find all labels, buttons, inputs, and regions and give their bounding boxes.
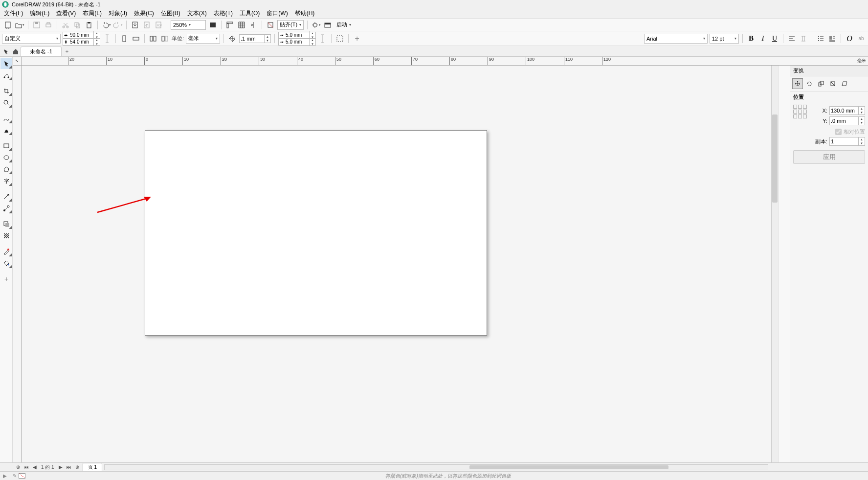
text-options-button[interactable]: ab [856, 34, 866, 44]
lock-ratio-button[interactable] [102, 34, 112, 44]
page-prev-button[interactable]: ◀ [31, 464, 38, 470]
menu-file[interactable]: 文件(F) [4, 9, 23, 18]
current-page-button[interactable] [160, 34, 170, 44]
vertical-scrollbar[interactable] [771, 66, 778, 462]
new-tab-button[interactable]: + [62, 47, 72, 55]
page-add-button[interactable]: ⊕ [15, 464, 22, 470]
horizontal-scrollbar[interactable] [104, 464, 768, 470]
dup-x-input[interactable]: ⇥▲▼ [278, 32, 316, 39]
ruler-horizontal[interactable]: 20 10 0 10 20 30 40 50 60 70 80 90 100 1… [22, 57, 868, 66]
menu-effects[interactable]: 效果(C) [134, 9, 154, 18]
menu-edit[interactable]: 编辑(E) [30, 9, 49, 18]
menu-view[interactable]: 查看(V) [56, 9, 76, 18]
transparency-tool[interactable] [0, 230, 12, 241]
page-height-input[interactable]: ⬍▲▼ [63, 39, 100, 46]
transform-scale-button[interactable] [816, 78, 826, 89]
menu-layout[interactable]: 布局(L) [83, 9, 102, 18]
menu-window[interactable]: 窗口(W) [267, 9, 288, 18]
menu-tools[interactable]: 工具(O) [240, 9, 260, 18]
apply-button[interactable]: 应用 [793, 150, 865, 164]
rectangle-tool[interactable] [0, 140, 12, 151]
transform-skew-button[interactable] [839, 78, 850, 89]
italic-button[interactable]: I [758, 34, 768, 44]
polygon-tool[interactable] [0, 164, 12, 175]
ruler-origin[interactable]: ⤡ [13, 57, 22, 66]
freehand-tool[interactable] [0, 113, 12, 124]
menu-bitmap[interactable]: 位图(B) [161, 9, 180, 18]
nudge-input[interactable]: ▲▼ [239, 34, 271, 43]
undo-button[interactable]: ▾ [101, 20, 111, 30]
guidelines-button[interactable] [248, 20, 258, 30]
export-button[interactable] [142, 20, 152, 30]
drawing-canvas[interactable] [22, 66, 771, 462]
publish-pdf-button[interactable]: PDF [154, 20, 163, 30]
home-tab-button[interactable] [11, 46, 21, 56]
artistic-media-tool[interactable] [0, 125, 12, 136]
menu-text[interactable]: 文本(X) [187, 9, 207, 18]
drop-shadow-tool[interactable] [0, 219, 12, 229]
transform-y-input[interactable]: ▲▼ [829, 116, 865, 125]
fill-indicator[interactable]: ✎ [10, 473, 28, 479]
launch-icon[interactable] [323, 20, 333, 30]
transform-x-input[interactable]: ▲▼ [829, 106, 865, 115]
all-pages-button[interactable] [148, 34, 158, 44]
bullet-button[interactable] [816, 34, 825, 44]
open-button[interactable]: ▾ [15, 20, 24, 30]
portrait-button[interactable] [119, 34, 129, 44]
units-dropdown[interactable]: 毫米▾ [186, 34, 220, 44]
ruler-vertical[interactable] [13, 66, 22, 462]
page-last-button[interactable]: ⏭ [65, 464, 73, 470]
fill-tool[interactable] [0, 258, 12, 269]
eyedropper-tool[interactable] [0, 246, 12, 257]
redo-button[interactable]: ▾ [113, 20, 123, 30]
page-first-button[interactable]: ⏮ [22, 464, 30, 470]
menu-object[interactable]: 对象(J) [109, 9, 127, 18]
print-button[interactable] [44, 20, 53, 30]
font-size-dropdown[interactable]: 12 pt▾ [710, 34, 739, 44]
fullscreen-button[interactable] [208, 20, 218, 30]
page-width-input[interactable]: ⬌▲▼ [63, 32, 100, 39]
menu-table[interactable]: 表格(T) [214, 9, 233, 18]
page-add2-button[interactable]: ⊕ [74, 464, 81, 470]
text-direction-button[interactable] [799, 34, 808, 44]
doc-tab-active[interactable]: 未命名 -1 [21, 46, 62, 56]
pick-tool[interactable] [0, 58, 12, 69]
treat-as-filled-button[interactable] [335, 34, 345, 44]
lock-dup-button[interactable] [318, 34, 328, 44]
save-button[interactable] [32, 20, 42, 30]
connector-tool[interactable] [0, 203, 12, 214]
customize-toolbox-button[interactable]: + [0, 274, 12, 284]
underline-button[interactable]: U [770, 34, 779, 44]
options-button[interactable]: ▾ [311, 20, 321, 30]
launch-dropdown[interactable]: 启动▾ [334, 20, 353, 30]
rulers-button[interactable] [225, 20, 235, 30]
add-preset-button[interactable]: + [352, 34, 362, 44]
zoom-dropdown[interactable]: 250%▾ [171, 20, 206, 30]
font-dropdown[interactable]: Arial▾ [644, 34, 708, 44]
import-button[interactable] [130, 20, 140, 30]
dup-y-input[interactable]: ⇥▲▼ [278, 39, 316, 46]
text-tool[interactable]: 字 [0, 176, 12, 186]
pick-tool-tab-icon[interactable] [1, 46, 11, 56]
transform-size-button[interactable] [827, 78, 838, 89]
menu-help[interactable]: 帮助(H) [295, 9, 315, 18]
dimension-tool[interactable] [0, 191, 12, 202]
page-preset-dropdown[interactable]: 自定义▾ [2, 34, 61, 44]
paste-button[interactable] [84, 20, 94, 30]
landscape-button[interactable] [131, 34, 141, 44]
page-tab-1[interactable]: 页 1 [83, 463, 102, 471]
transform-rotate-button[interactable] [804, 78, 815, 89]
zoom-tool[interactable] [0, 97, 12, 108]
align-button[interactable] [787, 34, 797, 44]
bold-button[interactable]: B [746, 34, 756, 44]
snap-off-button[interactable] [266, 20, 275, 30]
new-doc-button[interactable] [3, 20, 13, 30]
grid-button[interactable] [237, 20, 246, 30]
crop-tool[interactable] [0, 86, 12, 96]
page-next-button[interactable]: ▶ [57, 464, 64, 470]
copy-button[interactable] [72, 20, 82, 30]
snap-dropdown[interactable]: 贴齐(T)▾ [277, 20, 304, 30]
anchor-grid[interactable] [793, 105, 807, 118]
copies-input[interactable]: ▲▼ [829, 137, 865, 146]
transform-position-button[interactable] [792, 78, 803, 89]
